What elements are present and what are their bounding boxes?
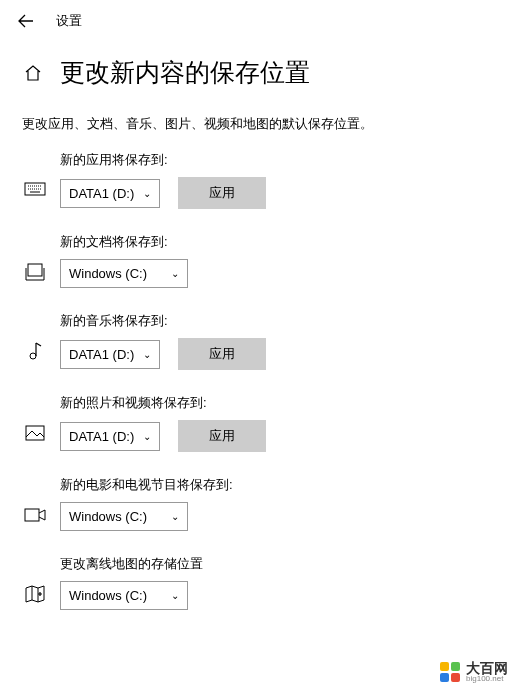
svg-point-2 (30, 353, 36, 359)
svg-rect-3 (26, 426, 44, 440)
svg-rect-1 (28, 264, 42, 276)
photos-icon (24, 422, 46, 444)
home-icon[interactable] (24, 64, 42, 82)
documents-label: 新的文档将保存到: (60, 233, 518, 251)
maps-dropdown[interactable]: Windows (C:) ⌄ (60, 581, 188, 610)
watermark-name: 大百网 (466, 661, 508, 675)
maps-icon (24, 583, 46, 605)
documents-dropdown-value: Windows (C:) (69, 266, 163, 281)
page-description: 更改应用、文档、音乐、图片、视频和地图的默认保存位置。 (0, 103, 518, 151)
watermark-logo-icon (440, 662, 460, 682)
movies-label: 新的电影和电视节目将保存到: (60, 476, 518, 494)
music-apply-button[interactable]: 应用 (178, 338, 266, 370)
apps-dropdown-value: DATA1 (D:) (69, 186, 135, 201)
chevron-down-icon: ⌄ (143, 431, 151, 442)
music-dropdown[interactable]: DATA1 (D:) ⌄ (60, 340, 160, 369)
apps-dropdown[interactable]: DATA1 (D:) ⌄ (60, 179, 160, 208)
music-label: 新的音乐将保存到: (60, 312, 518, 330)
movies-dropdown[interactable]: Windows (C:) ⌄ (60, 502, 188, 531)
header-title: 设置 (56, 12, 82, 30)
movies-dropdown-value: Windows (C:) (69, 509, 163, 524)
watermark-url: big100.net (466, 675, 508, 683)
documents-dropdown[interactable]: Windows (C:) ⌄ (60, 259, 188, 288)
apps-icon (24, 179, 46, 201)
photos-label: 新的照片和视频将保存到: (60, 394, 518, 412)
documents-icon (24, 261, 46, 283)
page-title: 更改新内容的保存位置 (60, 56, 310, 89)
svg-rect-4 (25, 509, 39, 521)
watermark: 大百网 big100.net (440, 661, 508, 683)
photos-apply-button[interactable]: 应用 (178, 420, 266, 452)
apps-apply-button[interactable]: 应用 (178, 177, 266, 209)
music-dropdown-value: DATA1 (D:) (69, 347, 135, 362)
movies-icon (24, 504, 46, 526)
apps-label: 新的应用将保存到: (60, 151, 518, 169)
chevron-down-icon: ⌄ (171, 268, 179, 279)
chevron-down-icon: ⌄ (171, 590, 179, 601)
maps-dropdown-value: Windows (C:) (69, 588, 163, 603)
maps-label: 更改离线地图的存储位置 (60, 555, 518, 573)
chevron-down-icon: ⌄ (171, 511, 179, 522)
photos-dropdown-value: DATA1 (D:) (69, 429, 135, 444)
music-icon (24, 340, 46, 362)
photos-dropdown[interactable]: DATA1 (D:) ⌄ (60, 422, 160, 451)
back-button[interactable] (18, 14, 34, 28)
chevron-down-icon: ⌄ (143, 188, 151, 199)
chevron-down-icon: ⌄ (143, 349, 151, 360)
